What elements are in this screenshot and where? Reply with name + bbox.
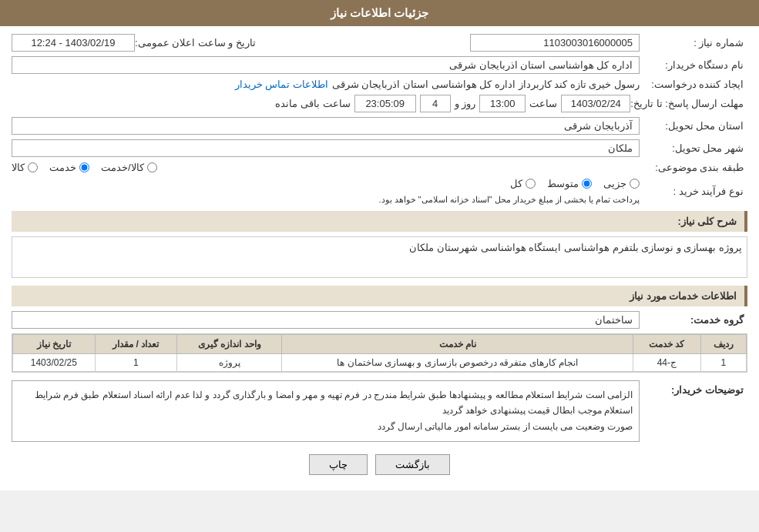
buyer-org-value: اداره کل هواشناسی استان اذربایجان شرقی [12, 56, 640, 74]
category-kala-label: کالا [12, 162, 25, 173]
category-kala-khadmat[interactable]: کالا/خدمت [101, 162, 157, 173]
page-header: جزئیات اطلاعات نیاز [0, 0, 759, 26]
page-title: جزئیات اطلاعات نیاز [331, 6, 428, 19]
services-table: ردیف کد خدمت نام خدمت واحد اندازه گیری ت… [12, 334, 747, 372]
col-header-date: تاریخ نیاز [13, 335, 96, 354]
announce-date-label: تاریخ و ساعت اعلان عمومی: [135, 37, 260, 49]
row-service-group: گروه خدمت: ساختمان [12, 311, 747, 329]
buyer-notes-label: توضیحات خریدار: [640, 380, 747, 396]
services-table-container: ردیف کد خدمت نام خدمت واحد اندازه گیری ت… [12, 333, 747, 373]
process-kol-label: کل [510, 178, 522, 189]
row-buyer-notes: توضیحات خریدار: الزامی است شرایط استعلام… [12, 380, 747, 442]
col-header-row: ردیف [700, 335, 746, 354]
requester-label: ایجاد کننده درخواست: [640, 79, 747, 90]
general-desc-label: شرح کلی نیاز: [677, 216, 737, 227]
category-kala-khadmat-label: کالا/خدمت [101, 162, 144, 173]
button-bar: بازگشت چاپ [12, 447, 747, 483]
category-kala-khadmat-radio[interactable] [147, 162, 157, 172]
service-group-label: گروه خدمت: [640, 314, 747, 326]
process-label: نوع فرآیند خرید : [640, 186, 747, 197]
city-label: شهر محل تحویل: [640, 142, 747, 154]
col-header-quantity: تعداد / مقدار [95, 335, 176, 354]
deadline-days: 4 [420, 95, 451, 112]
table-cell-name: انجام کارهای متفرقه درخصوص بازسازی و بهس… [282, 354, 633, 372]
page-wrapper: جزئیات اطلاعات نیاز شماره نیاز : 1103003… [0, 0, 759, 490]
buyer-notes-value: الزامی است شرایط استعلام مطالعه و پیشنها… [12, 380, 640, 442]
row-need-number: شماره نیاز : 1103003016000005 تاریخ و سا… [12, 34, 747, 52]
contact-text: رسول خیری تازه کند کاربرداز اداره کل هوا… [332, 79, 640, 90]
process-joz-label: جزیی [603, 178, 626, 189]
deadline-remain-label: ساعت باقی مانده [275, 98, 350, 109]
service-group-value: ساختمان [12, 311, 640, 329]
process-kol[interactable]: کل [510, 178, 536, 189]
table-cell-quantity: 1 [95, 354, 176, 372]
deadline-label: مهلت ارسال پاسخ: تا تاریخ: [630, 98, 747, 109]
col-header-unit: واحد اندازه گیری [177, 335, 282, 354]
table-cell-code: ج-44 [633, 354, 701, 372]
process-note: پرداخت تمام یا بخشی از مبلغ خریدار محل "… [378, 195, 640, 205]
process-group: جزیی متوسط کل پرداخت تمام یا بخشی از مبل… [12, 178, 640, 205]
province-label: استان محل تحویل: [640, 120, 747, 132]
table-cell-unit: پروژه [177, 354, 282, 372]
contact-link[interactable]: اطلاعات تماس خریدار [235, 79, 328, 90]
general-desc-value: پروژه بهسازی و نوسازی بلتفرم هواشناسی ای… [17, 242, 742, 273]
table-cell-row: 1 [700, 354, 746, 372]
deadline-time-label: ساعت [529, 98, 557, 109]
buyer-org-label: نام دستگاه خریدار: [640, 59, 747, 71]
process-joz-radio[interactable] [630, 179, 640, 189]
process-mote-label: متوسط [547, 178, 579, 189]
row-category: طبقه بندی موضوعی: کالا/خدمت خدمت کالا [12, 162, 747, 173]
general-desc-section-header: شرح کلی نیاز: [12, 211, 747, 232]
row-city: شهر محل تحویل: ملکان [12, 139, 747, 157]
category-khadmat-label: خدمت [49, 162, 76, 173]
category-label: طبقه بندی موضوعی: [640, 162, 747, 173]
row-buyer-org: نام دستگاه خریدار: اداره کل هواشناسی است… [12, 56, 747, 74]
table-header-row: ردیف کد خدمت نام خدمت واحد اندازه گیری ت… [13, 335, 747, 354]
row-province: استان محل تحویل: آذربایجان شرقی [12, 117, 747, 135]
process-kol-radio[interactable] [526, 179, 536, 189]
requester-group: رسول خیری تازه کند کاربرداز اداره کل هوا… [12, 79, 640, 90]
deadline-group: 1403/02/24 ساعت 13:00 روز و 4 23:05:09 س… [12, 95, 630, 112]
category-kala-radio[interactable] [28, 162, 38, 172]
deadline-date: 1403/02/24 [561, 95, 630, 112]
main-content: شماره نیاز : 1103003016000005 تاریخ و سا… [0, 26, 759, 490]
process-joz[interactable]: جزیی [603, 178, 640, 189]
deadline-time: 13:00 [479, 95, 526, 112]
province-value: آذربایجان شرقی [12, 117, 640, 135]
col-header-code: کد خدمت [633, 335, 701, 354]
service-info-title: اطلاعات خدمات مورد نیاز [630, 290, 737, 302]
row-requester: ایجاد کننده درخواست: رسول خیری تازه کند … [12, 79, 747, 90]
process-mote-radio[interactable] [582, 179, 592, 189]
back-button[interactable]: بازگشت [375, 454, 450, 475]
table-row: 1ج-44انجام کارهای متفرقه درخصوص بازسازی … [13, 354, 747, 372]
row-deadline: مهلت ارسال پاسخ: تا تاریخ: 1403/02/24 سا… [12, 95, 747, 112]
category-radio-group: کالا/خدمت خدمت کالا [12, 162, 640, 173]
deadline-remain: 23:05:09 [354, 95, 416, 112]
category-khadmat[interactable]: خدمت [49, 162, 89, 173]
deadline-day-label: روز و [455, 98, 476, 109]
process-mote[interactable]: متوسط [547, 178, 592, 189]
category-kala[interactable]: کالا [12, 162, 38, 173]
category-khadmat-radio[interactable] [79, 162, 89, 172]
city-value: ملکان [12, 139, 640, 157]
need-number-value: 1103003016000005 [470, 34, 640, 52]
need-number-label: شماره نیاز : [640, 37, 747, 49]
print-button[interactable]: چاپ [309, 454, 368, 475]
general-desc-box: پروژه بهسازی و نوسازی بلتفرم هواشناسی ای… [12, 236, 747, 278]
table-cell-date: 1403/02/25 [13, 354, 96, 372]
col-header-name: نام خدمت [282, 335, 633, 354]
service-info-header: اطلاعات خدمات مورد نیاز [12, 286, 747, 306]
announce-date-value: 1403/02/19 - 12:24 [12, 34, 135, 52]
row-process: نوع فرآیند خرید : جزیی متوسط کل [12, 178, 747, 205]
